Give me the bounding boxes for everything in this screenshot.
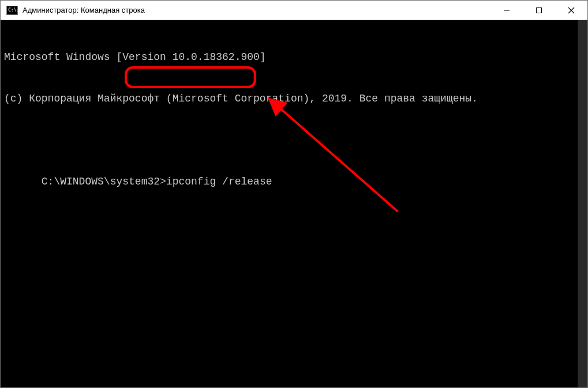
svg-rect-0 — [504, 10, 510, 10]
maximize-icon — [535, 7, 542, 14]
titlebar[interactable]: C:\. Администратор: Командная строка — [1, 1, 587, 20]
cmd-window: C:\. Администратор: Командная строка M — [0, 0, 588, 388]
prompt-line: C:\WINDOWS\system32>ipconfig /release — [4, 161, 584, 202]
typed-command: ipconfig /release — [166, 176, 272, 187]
console-area[interactable]: Microsoft Windows [Version 10.0.18362.90… — [1, 20, 587, 387]
prompt-path: C:\WINDOWS\system32> — [42, 176, 166, 187]
cmd-icon-text: C:\. — [8, 8, 19, 13]
cmd-icon: C:\. — [6, 6, 18, 15]
minimize-button[interactable] — [490, 1, 523, 20]
vertical-scrollbar[interactable] — [578, 20, 587, 387]
console-line: (c) Корпорация Майкрософт (Microsoft Cor… — [4, 92, 584, 106]
console-line: Microsoft Windows [Version 10.0.18362.90… — [4, 50, 584, 64]
window-title: Администратор: Командная строка — [23, 1, 490, 20]
minimize-icon — [503, 7, 510, 14]
window-controls — [490, 1, 587, 20]
svg-rect-1 — [537, 7, 542, 13]
maximize-button[interactable] — [523, 1, 555, 20]
close-button[interactable] — [555, 1, 587, 20]
close-icon — [568, 7, 575, 14]
